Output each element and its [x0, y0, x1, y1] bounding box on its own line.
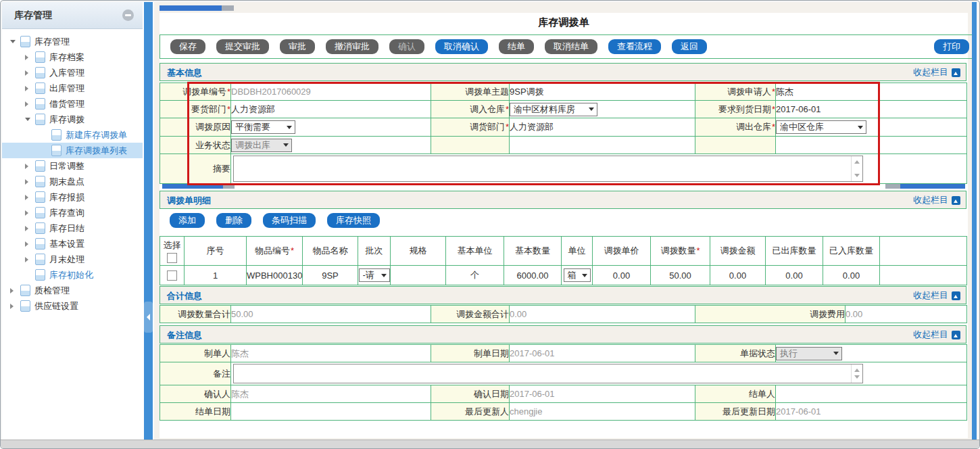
collapse-section-link[interactable]: 收起栏目: [913, 329, 960, 341]
cell-transfer-qty[interactable]: 50.00: [651, 266, 710, 285]
toolbar-button[interactable]: 查看流程: [608, 39, 661, 54]
toolbar-button[interactable]: 审批: [280, 39, 315, 54]
section-header-remarks: 备注信息 收起栏目: [160, 325, 966, 344]
toolbar-button[interactable]: 返回: [672, 39, 707, 54]
expand-arrow-icon[interactable]: [25, 208, 34, 218]
panel-splitter[interactable]: [143, 2, 154, 440]
detail-action-button[interactable]: 删除: [216, 213, 251, 228]
sidebar-item[interactable]: 入库管理: [2, 65, 143, 80]
row-checkbox[interactable]: [167, 270, 177, 281]
toolbar-button[interactable]: 撤消审批: [326, 39, 378, 54]
cell-select: [160, 266, 185, 285]
bottom-scrollbar[interactable]: [1, 440, 979, 448]
note-textarea[interactable]: [233, 364, 863, 383]
textarea-scrollbar[interactable]: [851, 156, 862, 181]
scroll-down-icon[interactable]: [854, 375, 860, 381]
expand-arrow-icon[interactable]: [25, 192, 34, 202]
scrollbar-track[interactable]: [222, 5, 234, 11]
summary-textarea[interactable]: [233, 156, 863, 182]
document-icon: [20, 36, 30, 47]
screen: 库存管理 库存管理库存档案入库管理出库管理借货管理库存调拨新建库存调拨单库存调拨…: [0, 0, 980, 449]
scrollbar-thumb[interactable]: [160, 5, 222, 11]
unit-select[interactable]: 箱: [564, 268, 591, 282]
expand-arrow-icon[interactable]: [10, 285, 19, 296]
scroll-up-icon[interactable]: [854, 158, 860, 164]
sidebar-item[interactable]: 供应链设置: [2, 298, 143, 314]
sidebar-item[interactable]: 库存档案: [2, 49, 143, 65]
sidebar-item[interactable]: 日常调整: [2, 158, 143, 174]
expand-arrow-icon[interactable]: [25, 239, 34, 249]
sidebar-collapse-handle-icon[interactable]: [144, 302, 153, 333]
sidebar-item[interactable]: 期末盘点: [2, 174, 143, 189]
detail-action-button[interactable]: 条码扫描: [263, 213, 316, 228]
column-label: 调拨数量: [660, 245, 695, 256]
expand-arrow-icon[interactable]: [10, 301, 19, 311]
req-dept-value[interactable]: 人力资源部: [231, 101, 431, 118]
batch-select[interactable]: -请: [359, 268, 390, 282]
sidebar-item[interactable]: 库存查询: [2, 205, 143, 220]
collapse-section-link[interactable]: 收起栏目: [913, 289, 960, 302]
sidebar-item[interactable]: 库存管理: [2, 34, 143, 49]
amount-total-value: 0.00: [510, 306, 695, 323]
sidebar-item[interactable]: 库存调拨: [2, 112, 143, 127]
expand-arrow-icon[interactable]: [25, 68, 34, 78]
field-label: 业务状态: [160, 137, 231, 154]
expand-arrow-icon[interactable]: [25, 83, 34, 93]
applicant-value[interactable]: 陈杰: [776, 83, 967, 101]
supply-dept-value[interactable]: 人力资源部: [510, 118, 695, 137]
scroll-up-icon[interactable]: [854, 366, 860, 372]
cell-item-no[interactable]: WPBH000130: [247, 266, 303, 285]
mid-scrollbar-right[interactable]: [885, 184, 965, 189]
sidebar-item[interactable]: 库存日结: [2, 220, 143, 236]
collapse-up-icon: [952, 68, 960, 77]
collapse-section-link[interactable]: 收起栏目: [913, 66, 960, 78]
expand-arrow-icon[interactable]: [25, 176, 34, 187]
scrollbar-thumb[interactable]: [162, 184, 223, 189]
expand-arrow-icon[interactable]: [25, 223, 34, 233]
expand-arrow-icon[interactable]: [25, 161, 34, 171]
chevron-down-icon: [833, 352, 839, 358]
toolbar-button[interactable]: 提交审批: [216, 39, 269, 54]
toolbar-button[interactable]: 确认: [389, 39, 424, 54]
sidebar-item[interactable]: 质检管理: [2, 283, 143, 298]
collapse-arrow-icon[interactable]: [10, 37, 19, 47]
toolbar-button[interactable]: 取消确认: [435, 39, 488, 54]
field-label: 结单人: [695, 385, 776, 403]
sidebar-item[interactable]: 出库管理: [2, 80, 143, 96]
sidebar-minimize-icon[interactable]: [122, 9, 134, 21]
collapse-section-link[interactable]: 收起栏目: [913, 194, 960, 206]
select-all-checkbox[interactable]: [167, 253, 177, 263]
in-warehouse-select[interactable]: 渝中区材料库房: [510, 103, 597, 116]
expand-arrow-icon[interactable]: [25, 52, 34, 62]
expand-arrow-icon[interactable]: [25, 254, 34, 264]
scrollbar-track[interactable]: [223, 184, 235, 189]
detail-action-button[interactable]: 添加: [170, 213, 205, 228]
sidebar-item[interactable]: 库存初始化: [2, 267, 143, 283]
section-header-basic-info: 基本信息 收起栏目: [160, 63, 966, 81]
sidebar-item[interactable]: 新建库存调拨单: [2, 127, 143, 143]
doc-status-select: 执行: [776, 347, 842, 360]
toolbar-button[interactable]: 结单: [499, 39, 534, 54]
scrollbar-track[interactable]: [885, 184, 900, 189]
out-warehouse-select[interactable]: 渝中区仓库: [776, 120, 866, 134]
textarea-scrollbar[interactable]: [851, 364, 862, 383]
sidebar-item[interactable]: 库存调拨单列表: [2, 143, 143, 158]
collapse-arrow-icon[interactable]: [25, 114, 34, 124]
req-date-value[interactable]: 2017-06-01: [776, 101, 967, 118]
scroll-down-icon[interactable]: [854, 174, 860, 180]
mid-scrollbar-left[interactable]: [162, 184, 235, 189]
sidebar-item[interactable]: 月末处理: [2, 252, 143, 267]
sidebar-item[interactable]: 基本设置: [2, 236, 143, 252]
expand-arrow-icon[interactable]: [25, 99, 34, 109]
reason-select[interactable]: 平衡需要: [231, 120, 295, 134]
toolbar-button[interactable]: 取消结单: [545, 39, 597, 54]
subject-value[interactable]: 9SP调拨: [510, 83, 695, 101]
sidebar-item[interactable]: 库存报损: [2, 189, 143, 205]
sidebar-item[interactable]: 借货管理: [2, 96, 143, 112]
fee-value: 0.00: [846, 306, 967, 323]
print-button[interactable]: 打印: [934, 39, 969, 54]
toolbar-button[interactable]: 保存: [170, 39, 205, 54]
top-scrollbar[interactable]: [160, 5, 234, 11]
scrollbar-thumb[interactable]: [900, 184, 965, 189]
detail-action-button[interactable]: 库存快照: [327, 213, 380, 228]
